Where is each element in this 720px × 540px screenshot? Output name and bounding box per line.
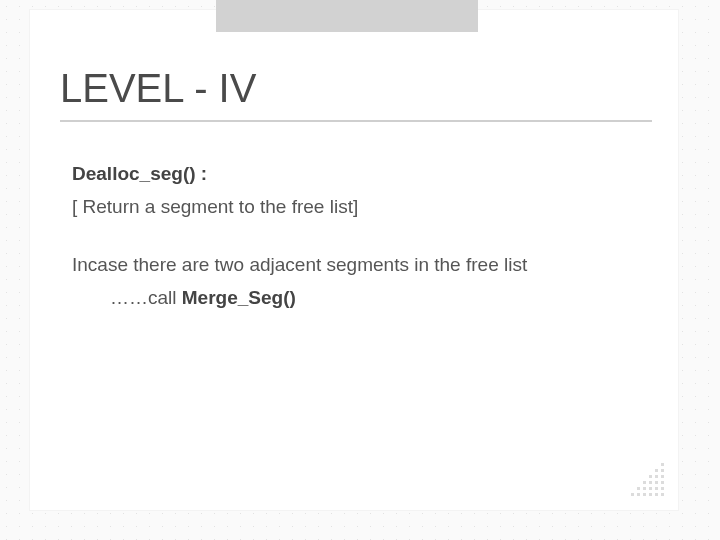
incase-call-line: ……call Merge_Seg() [72, 284, 652, 313]
slide-card: LEVEL - IV Dealloc_seg() : [ Return a se… [30, 10, 678, 510]
dealloc-heading: Dealloc_seg() : [72, 163, 207, 184]
top-tab-decoration [216, 0, 478, 32]
incase-prefix: ……call [110, 287, 182, 308]
incase-line: Incase there are two adjacent segments i… [72, 251, 652, 280]
slide-title: LEVEL - IV [60, 66, 256, 111]
dealloc-description: [ Return a segment to the free list] [72, 193, 652, 222]
slide-body: Dealloc_seg() : [ Return a segment to th… [72, 160, 652, 316]
corner-decoration [594, 446, 664, 496]
merge-seg-label: Merge_Seg() [182, 287, 296, 308]
title-underline [60, 120, 652, 122]
